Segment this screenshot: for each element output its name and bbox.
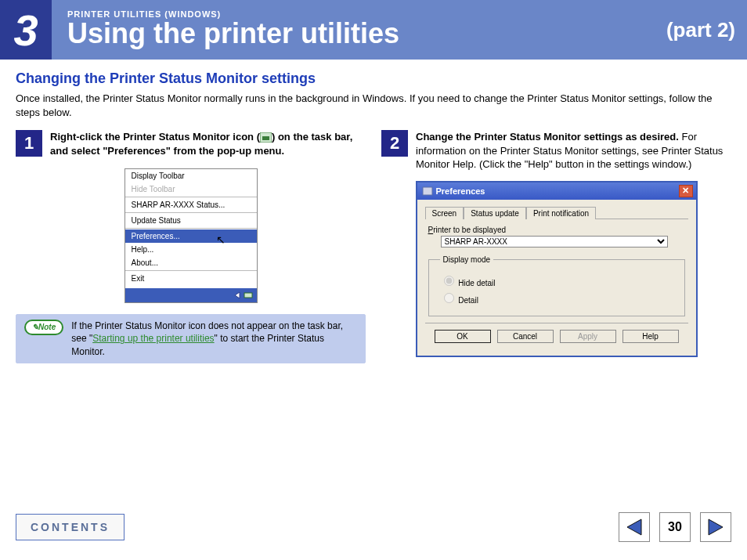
menu-item-preferences: Preferences... ↖	[125, 229, 257, 243]
section-title: Changing the Printer Status Monitor sett…	[16, 70, 731, 87]
chapter-number-box: 3	[0, 0, 52, 60]
step-1: 1 Right-click the Printer Status Monitor…	[16, 130, 366, 157]
banner-title: Using the printer utilities	[67, 17, 666, 50]
section-intro: Once installed, the Printer Status Monit…	[16, 92, 731, 119]
svg-marker-6	[709, 519, 723, 535]
step-1-text: Right-click the Printer Status Monitor i…	[50, 130, 366, 157]
step-2: 2 Change the Printer Status Monitor sett…	[381, 130, 731, 172]
svg-marker-2	[235, 292, 240, 298]
step-number: 2	[381, 130, 408, 157]
menu-item-exit: Exit	[125, 272, 257, 285]
chevron-left-icon	[232, 291, 243, 300]
preferences-dialog: Preferences ✕ Screen Status update Print…	[416, 181, 698, 357]
contents-button[interactable]: CONTENTS	[16, 514, 125, 540]
preferences-title: Preferences	[436, 186, 485, 196]
menu-item-hide-toolbar: Hide Toolbar	[125, 182, 257, 196]
menu-item-about: About...	[125, 256, 257, 269]
preferences-titlebar: Preferences ✕	[417, 182, 696, 200]
radio-detail: Detail	[440, 291, 673, 305]
note-text: If the Printer Status Monitor icon does …	[71, 320, 357, 358]
svg-rect-4	[423, 187, 432, 195]
arrow-right-icon	[706, 517, 726, 537]
step-2-text: Change the Printer Status Monitor settin…	[416, 130, 731, 172]
apply-button: Apply	[560, 330, 616, 343]
banner-part: (part 2)	[666, 18, 735, 42]
tab-status-update: Status update	[464, 207, 526, 219]
close-icon: ✕	[679, 185, 693, 197]
display-mode-group: Display mode Hide detail Detail	[428, 255, 685, 316]
svg-marker-5	[627, 519, 641, 535]
page-number: 30	[659, 512, 691, 542]
system-tray-illustration	[125, 288, 257, 302]
next-page-button[interactable]	[700, 512, 731, 542]
chapter-number: 3	[13, 5, 38, 56]
menu-item-update-status: Update Status	[125, 214, 257, 227]
svg-rect-1	[262, 136, 269, 140]
cursor-icon: ↖	[216, 233, 226, 246]
preferences-window-icon	[422, 186, 433, 196]
radio-hide-detail: Hide detail	[440, 273, 673, 287]
footer-nav: CONTENTS 30	[0, 512, 747, 542]
menu-item-help: Help...	[125, 243, 257, 256]
printer-select: SHARP AR-XXXX	[441, 236, 668, 247]
step-1-text-a: Right-click the Printer Status Monitor i…	[50, 131, 260, 143]
printer-to-display-label: Printer to be displayed	[428, 226, 688, 234]
menu-item-display-toolbar: Display Toolbar	[125, 169, 257, 182]
prev-page-button[interactable]	[619, 512, 650, 542]
tab-print-notification: Print notification	[526, 207, 596, 219]
svg-rect-3	[244, 293, 252, 298]
step-number: 1	[16, 130, 42, 157]
cancel-button: Cancel	[497, 330, 554, 343]
printer-tray-icon	[243, 291, 254, 300]
note-box: ✎Note If the Printer Status Monitor icon…	[16, 314, 366, 363]
help-button: Help	[622, 330, 679, 343]
header-banner: 3 PRINTER UTILITIES (WINDOWS) Using the …	[0, 0, 747, 60]
popup-menu-illustration: Display Toolbar Hide Toolbar SHARP AR-XX…	[125, 168, 258, 303]
note-badge: ✎Note	[24, 320, 63, 335]
preferences-buttons: OK Cancel Apply Help	[425, 323, 688, 349]
printer-status-monitor-icon	[260, 132, 272, 143]
link-starting-utilities[interactable]: Starting up the printer utilities	[92, 333, 214, 344]
preferences-tabs: Screen Status update Print notification	[425, 206, 688, 219]
arrow-left-icon	[624, 517, 644, 537]
menu-item-status: SHARP AR-XXXX Status...	[125, 198, 257, 211]
banner-text: PRINTER UTILITIES (WINDOWS) Using the pr…	[52, 9, 666, 50]
tab-screen: Screen	[425, 207, 464, 219]
ok-button: OK	[435, 330, 491, 343]
